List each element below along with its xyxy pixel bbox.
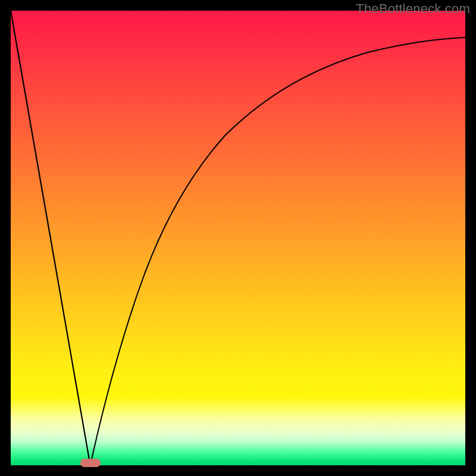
chart-curves <box>11 11 465 465</box>
chart-plot-area <box>11 11 465 465</box>
chart-frame: TheBottleneck.com <box>0 0 476 476</box>
curve-left-branch <box>11 11 90 465</box>
bottleneck-marker <box>80 459 101 467</box>
curve-right-branch <box>90 37 465 465</box>
watermark-text: TheBottleneck.com <box>356 1 470 17</box>
